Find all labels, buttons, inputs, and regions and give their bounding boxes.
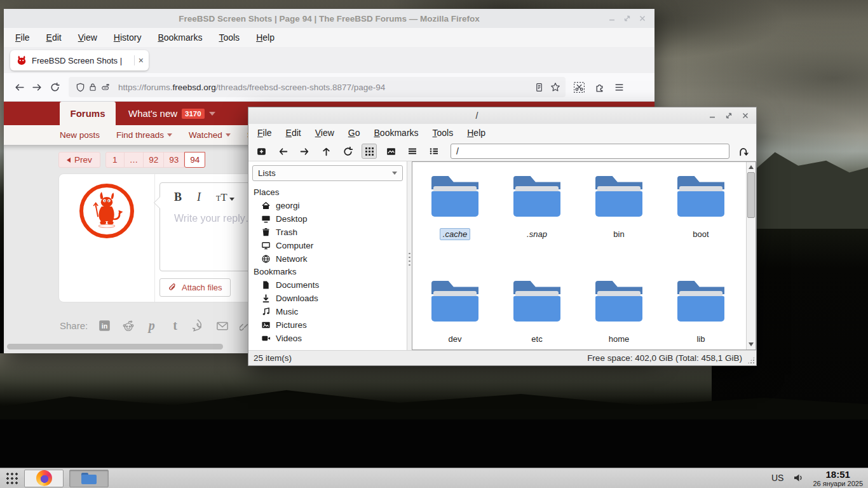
pagination-page-93[interactable]: 93 [164, 152, 184, 168]
menu-edit[interactable]: Edit [286, 128, 301, 138]
icon-view-button[interactable] [362, 144, 377, 159]
url-bar[interactable]: https://forums.freebsd.org/threads/freeb… [69, 77, 566, 97]
folder-item-dev[interactable]: dev [416, 281, 494, 345]
minimize-button[interactable] [705, 110, 719, 121]
sidebar-item-trash[interactable]: Trash [252, 226, 403, 239]
forum-nav-forums[interactable]: Forums [60, 102, 116, 125]
pagination-prev-button[interactable]: Prev [58, 152, 100, 168]
jump-to-icon[interactable] [736, 144, 751, 159]
sidebar-item-videos[interactable]: Videos [252, 332, 403, 345]
tab-close-icon[interactable]: × [134, 55, 144, 65]
folder-item-home[interactable]: home [580, 281, 658, 345]
reload-button[interactable] [46, 78, 64, 96]
folder-item-bin[interactable]: bin [580, 176, 658, 240]
folder-item-lib[interactable]: lib [662, 281, 740, 345]
up-button[interactable] [318, 144, 334, 159]
pinterest-icon[interactable]: p [145, 319, 158, 332]
menu-bookmarks[interactable]: Bookmarks [374, 128, 419, 138]
app-launcher-icon[interactable] [6, 472, 18, 485]
menu-go[interactable]: Go [348, 128, 360, 138]
sidebar-item-documents[interactable]: Documents [252, 278, 403, 292]
reddit-icon[interactable] [121, 319, 135, 332]
horizontal-scrollbar-thumb[interactable] [7, 344, 223, 349]
vertical-scrollbar[interactable] [746, 162, 756, 349]
tumblr-icon[interactable]: t [168, 319, 182, 332]
app-menu-icon[interactable] [614, 82, 625, 93]
sidebar-splitter[interactable] [407, 161, 412, 350]
compact-view-button[interactable] [405, 144, 420, 159]
bookmark-star-icon[interactable] [550, 82, 560, 92]
browser-tab[interactable]: FreeBSD Screen Shots | × [10, 50, 149, 71]
sidebar-item-downloads[interactable]: Downloads [252, 292, 403, 305]
menu-bookmarks[interactable]: Bookmarks [158, 32, 202, 43]
pagination-ellipsis[interactable]: … [125, 152, 144, 168]
menu-help[interactable]: Help [256, 32, 275, 43]
sidebar-item-pictures[interactable]: Pictures [252, 318, 403, 332]
pagination-page-current[interactable]: 94 [184, 152, 205, 168]
menu-file[interactable]: File [15, 32, 30, 43]
close-button[interactable] [738, 110, 752, 121]
sidebar-item-computer[interactable]: Computer [252, 239, 403, 252]
attach-files-button[interactable]: Attach files [159, 278, 231, 297]
taskbar-file-manager-button[interactable] [69, 470, 109, 487]
menu-edit[interactable]: Edit [46, 32, 62, 43]
subnav-watched[interactable]: Watched [189, 130, 231, 140]
forward-button[interactable] [28, 78, 46, 96]
reader-view-icon[interactable] [534, 83, 544, 92]
reload-button[interactable] [340, 144, 355, 159]
forward-button[interactable] [297, 144, 312, 159]
tracking-shield-icon[interactable] [74, 78, 86, 96]
font-size-button[interactable]: TT [216, 191, 234, 204]
folder-item-etc[interactable]: etc [498, 281, 576, 345]
email-icon[interactable] [215, 319, 229, 332]
restore-button[interactable] [722, 110, 736, 121]
back-button[interactable] [275, 144, 290, 159]
pagination-page-1[interactable]: 1 [105, 152, 125, 168]
file-list-panel[interactable]: .cache .snap bin boot dev etc [412, 161, 756, 350]
folder-item-snap[interactable]: .snap [498, 176, 576, 240]
minimize-button[interactable] [605, 13, 619, 24]
italic-button[interactable]: I [197, 191, 201, 204]
detailed-view-button[interactable] [426, 144, 442, 159]
permissions-icon[interactable] [99, 78, 112, 96]
sidebar-item-music[interactable]: Music [252, 305, 403, 318]
taskbar-firefox-button[interactable] [24, 470, 64, 487]
clock[interactable]: 18:51 26 януари 2025 [813, 469, 863, 488]
thumbnail-view-button[interactable] [383, 144, 398, 159]
sidebar-item-home[interactable]: georgi [252, 199, 403, 212]
folder-item-cache[interactable]: .cache [416, 176, 494, 240]
subnav-new-posts[interactable]: New posts [60, 130, 100, 140]
pagination-page-92[interactable]: 92 [144, 152, 164, 168]
new-tab-button[interactable] [254, 144, 269, 159]
back-button[interactable] [10, 78, 28, 96]
screenshot-icon[interactable] [573, 81, 585, 93]
linkedin-icon[interactable]: in [98, 319, 111, 332]
url-text[interactable]: https://forums.freebsd.org/threads/freeb… [118, 83, 534, 92]
path-entry[interactable]: / [451, 144, 729, 159]
menu-view[interactable]: View [78, 32, 97, 43]
menu-tools[interactable]: Tools [433, 128, 454, 138]
firefox-titlebar[interactable]: FreeBSD Screen Shots | Page 94 | The Fre… [4, 9, 654, 28]
lock-icon[interactable] [86, 78, 99, 96]
close-button[interactable] [635, 13, 649, 24]
menu-history[interactable]: History [114, 32, 142, 43]
menu-file[interactable]: File [257, 128, 272, 138]
menu-tools[interactable]: Tools [219, 32, 240, 43]
menu-help[interactable]: Help [467, 128, 485, 138]
subnav-find-threads[interactable]: Find threads [116, 130, 172, 140]
sidebar-mode-select[interactable]: Lists [252, 165, 403, 181]
file-manager-titlebar[interactable]: / [248, 107, 756, 124]
volume-icon[interactable] [792, 472, 804, 484]
vertical-scrollbar-thumb[interactable] [747, 172, 755, 218]
scroll-down-icon[interactable] [747, 340, 756, 349]
sidebar-item-network[interactable]: Network [252, 252, 403, 266]
extensions-puzzle-icon[interactable] [594, 82, 605, 93]
restore-button[interactable] [620, 13, 634, 24]
sidebar-item-desktop[interactable]: Desktop [252, 212, 403, 226]
keyboard-layout-indicator[interactable]: US [771, 473, 783, 483]
folder-item-boot[interactable]: boot [662, 176, 740, 240]
bold-button[interactable]: B [174, 191, 182, 204]
menu-view[interactable]: View [315, 128, 334, 138]
forum-nav-whats-new[interactable]: What's new 3170 [128, 102, 215, 125]
avatar[interactable] [79, 184, 134, 238]
